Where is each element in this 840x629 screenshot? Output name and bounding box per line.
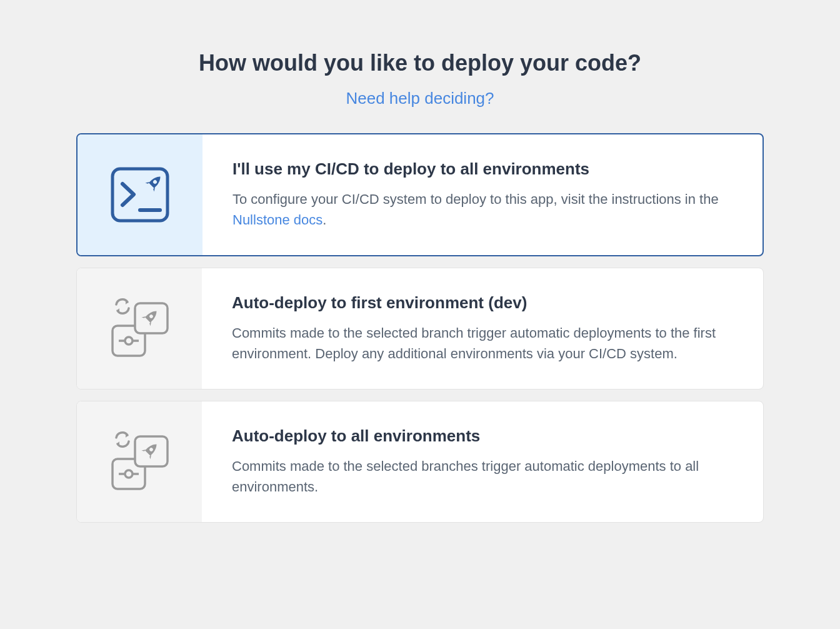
sync-deploy-icon [105,293,174,365]
page-header: How would you like to deploy your code? … [76,50,764,108]
page-title: How would you like to deploy your code? [76,50,764,76]
option-icon-container [77,268,202,389]
nullstone-docs-link[interactable]: Nullstone docs [232,212,322,228]
option-title: Auto-deploy to all environments [232,426,733,446]
option-description-prefix: To configure your CI/CD system to deploy… [232,191,719,207]
option-title: I'll use my CI/CD to deploy to all envir… [232,159,732,179]
option-content: Auto-deploy to all environments Commits … [202,401,763,522]
svg-point-5 [125,337,132,345]
option-cicd[interactable]: I'll use my CI/CD to deploy to all envir… [76,133,764,256]
deploy-options-page: How would you like to deploy your code? … [76,50,764,523]
option-auto-all[interactable]: Auto-deploy to all environments Commits … [76,401,764,523]
option-description-suffix: . [322,212,326,228]
option-icon-container [78,134,202,255]
option-description: Commits made to the selected branches tr… [232,456,733,497]
terminal-rocket-icon [109,165,171,224]
svg-point-10 [125,470,132,478]
svg-rect-0 [112,169,168,221]
option-description: Commits made to the selected branch trig… [232,323,733,364]
option-content: Auto-deploy to first environment (dev) C… [202,268,763,389]
option-title: Auto-deploy to first environment (dev) [232,293,733,313]
help-link[interactable]: Need help deciding? [346,89,494,108]
sync-deploy-icon [105,426,174,498]
options-list: I'll use my CI/CD to deploy to all envir… [76,133,764,523]
option-description: To configure your CI/CD system to deploy… [232,189,732,230]
option-auto-first[interactable]: Auto-deploy to first environment (dev) C… [76,268,764,390]
option-content: I'll use my CI/CD to deploy to all envir… [202,134,762,255]
option-icon-container [77,401,202,522]
